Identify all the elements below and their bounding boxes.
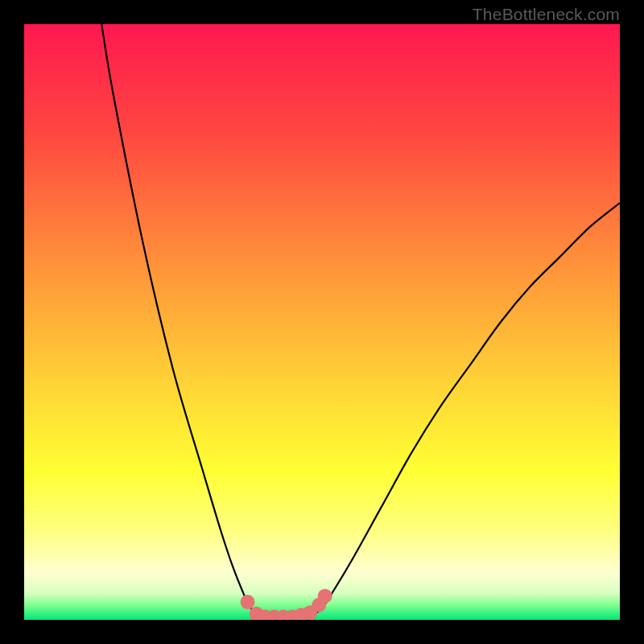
right-curve [310,203,620,617]
valley-marker [241,595,255,609]
valley-marker [318,588,332,603]
attribution-text: TheBottleneck.com [473,5,620,24]
curves-layer [24,24,620,620]
left-curve [101,24,262,617]
valley-markers [241,588,332,620]
chart-frame: TheBottleneck.com [0,0,644,644]
plot-region [24,24,620,620]
